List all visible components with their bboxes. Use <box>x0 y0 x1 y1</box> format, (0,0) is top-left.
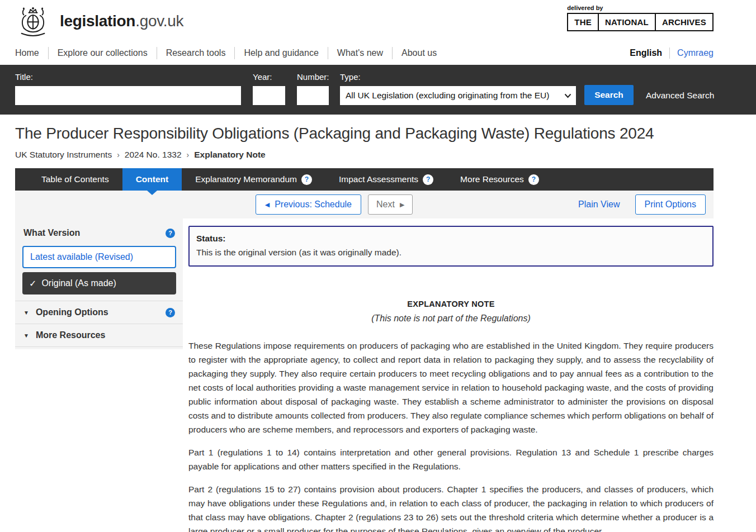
tna-box-national: NATIONAL <box>598 13 656 31</box>
primary-nav: Home Explore our collections Research to… <box>0 41 756 61</box>
nav-research-tools[interactable]: Research tools <box>148 47 226 59</box>
note-paragraph-1: These Regulations impose requirements on… <box>188 339 714 436</box>
check-icon: ✓ <box>29 278 36 289</box>
explanatory-note-subheading: (This note is not part of the Regulation… <box>188 314 714 324</box>
version-original-button[interactable]: ✓ Original (As made) <box>22 272 176 294</box>
version-latest-button[interactable]: Latest available (Revised) <box>22 246 176 268</box>
arrow-left-icon: ◀ <box>265 201 270 208</box>
triangle-down-icon: ▼ <box>23 332 29 339</box>
help-icon[interactable]: ? <box>528 174 539 185</box>
note-paragraph-2: Part 1 (regulations 1 to 14) contains in… <box>188 445 714 473</box>
previous-button[interactable]: ◀ Previous: Schedule <box>256 194 361 215</box>
opening-options-toggle[interactable]: ▼ Opening Options ? <box>22 301 176 324</box>
national-archives-logo[interactable]: THE NATIONAL ARCHIVES <box>567 13 714 31</box>
tab-table-of-contents[interactable]: Table of Contents <box>28 168 122 191</box>
sidebar-divider <box>15 346 183 347</box>
pager-toolbar: ◀ Previous: Schedule Next ▶ Plain View P… <box>15 191 714 218</box>
sidebar: What Version ? Latest available (Revised… <box>15 218 183 349</box>
breadcrumb: UK Statutory Instruments › 2024 No. 1332… <box>15 150 714 160</box>
title-input[interactable] <box>15 86 241 105</box>
note-paragraph-3: Part 2 (regulations 15 to 27) contains p… <box>188 482 714 532</box>
breadcrumb-uk-statutory-instruments[interactable]: UK Statutory Instruments <box>15 150 112 160</box>
breadcrumb-explanatory-note: Explanatory Note <box>194 150 265 160</box>
nav-home[interactable]: Home <box>15 48 39 58</box>
type-selected-value: All UK Legislation (excluding originatin… <box>346 91 549 101</box>
chevron-down-icon <box>564 93 571 98</box>
explanatory-note-heading: EXPLANATORY NOTE <box>188 300 714 308</box>
royal-coat-of-arms-icon <box>15 4 51 38</box>
nav-explore-collections[interactable]: Explore our collections <box>39 47 148 59</box>
more-resources-toggle[interactable]: ▼ More Resources <box>22 324 176 346</box>
help-icon[interactable]: ? <box>423 174 433 185</box>
search-button[interactable]: Search <box>584 85 634 105</box>
breadcrumb-separator-icon: › <box>117 150 120 159</box>
tna-box-the: THE <box>567 13 599 31</box>
nav-about-us[interactable]: About us <box>383 47 437 59</box>
tna-box-archives: ARCHIVES <box>655 13 714 31</box>
title-label: Title: <box>15 72 241 82</box>
arrow-right-icon: ▶ <box>400 201 404 208</box>
what-version-heading: What Version <box>23 228 80 238</box>
print-options-button[interactable]: Print Options <box>635 194 706 215</box>
breadcrumb-separator-icon: › <box>187 150 190 159</box>
tab-explanatory-memorandum[interactable]: Explanatory Memorandum ? <box>182 168 325 191</box>
delivered-by-label: delivered by <box>567 4 714 11</box>
help-icon[interactable]: ? <box>166 308 175 317</box>
legislation-type-select[interactable]: All UK Legislation (excluding originatin… <box>340 86 576 105</box>
nav-help-guidance[interactable]: Help and guidance <box>225 47 318 59</box>
nav-whats-new[interactable]: What's new <box>319 47 383 59</box>
page-title: The Producer Responsibility Obligations … <box>15 125 714 142</box>
tab-impact-assessments[interactable]: Impact Assessments ? <box>325 168 447 191</box>
plain-view-link[interactable]: Plain View <box>578 200 620 210</box>
language-english[interactable]: English <box>630 48 662 58</box>
document-content: Status: This is the original version (as… <box>188 218 714 532</box>
help-icon[interactable]: ? <box>301 174 312 185</box>
site-header: legislation.gov.uk delivered by THE NATI… <box>0 0 756 41</box>
language-divider <box>669 48 670 59</box>
search-bar: Title: Year: Number: Type: All UK Legisl… <box>0 65 756 115</box>
year-label: Year: <box>253 72 285 82</box>
logo-wordmark: legislation.gov.uk <box>60 12 183 30</box>
delivered-by-block: delivered by THE NATIONAL ARCHIVES <box>567 4 714 31</box>
triangle-down-icon: ▼ <box>23 310 29 316</box>
type-label: Type: <box>340 72 576 82</box>
document-tabs: Table of Contents Content Explanatory Me… <box>15 168 714 191</box>
tab-more-resources[interactable]: More Resources ? <box>447 168 552 191</box>
next-button[interactable]: Next ▶ <box>368 194 413 215</box>
help-icon[interactable]: ? <box>166 229 175 238</box>
number-input[interactable] <box>297 86 329 105</box>
advanced-search-link[interactable]: Advanced Search <box>646 91 714 105</box>
number-label: Number: <box>297 72 329 82</box>
year-input[interactable] <box>253 86 285 105</box>
site-logo[interactable]: legislation.gov.uk <box>15 4 183 38</box>
language-cymraeg[interactable]: Cymraeg <box>677 48 714 58</box>
status-text: This is the original version (as it was … <box>196 248 706 258</box>
tab-content[interactable]: Content <box>122 168 182 191</box>
breadcrumb-2024-no-1332[interactable]: 2024 No. 1332 <box>125 150 182 160</box>
status-label: Status: <box>196 234 706 244</box>
status-box: Status: This is the original version (as… <box>188 226 714 267</box>
